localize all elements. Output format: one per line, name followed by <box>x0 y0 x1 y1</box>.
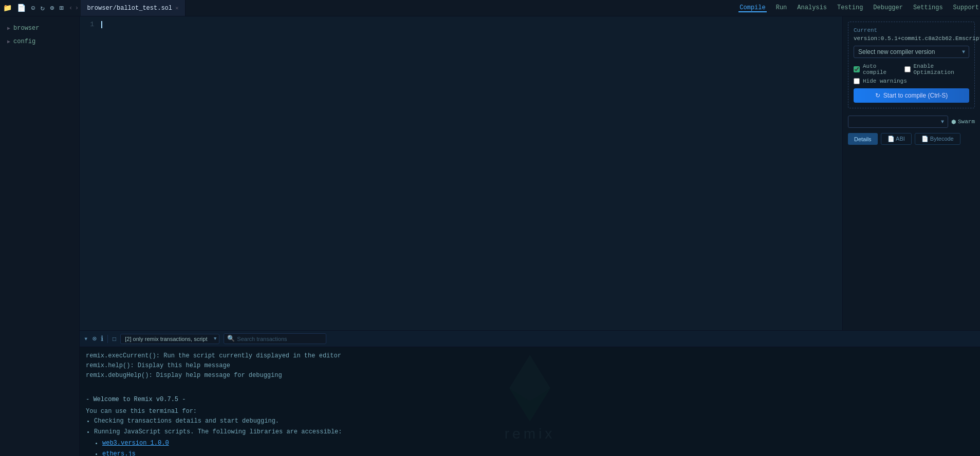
terminal-body[interactable]: remix remix.execCurrent(): Run the scrip… <box>80 347 980 456</box>
terminal-line-6: You can use this terminal for: <box>86 407 974 416</box>
filter-select-wrapper: [2] only remix transactions, script All … <box>120 334 219 344</box>
contract-select[interactable] <box>848 116 948 128</box>
settings-btn[interactable]: Settings <box>912 4 944 12</box>
testing-btn[interactable]: Testing <box>836 4 864 12</box>
editor-container: 1 <box>80 16 842 330</box>
top-nav: 📁 📄 ⊙ ↻ ⊕ ⊞ ‹ › browser/ballot_test.sol … <box>0 0 980 16</box>
terminal-sub-bullet-1: web3.version 1.0.0 <box>102 439 974 448</box>
tab-close-icon[interactable]: ✕ <box>175 5 179 11</box>
terminal-bullet-2: Running JavaScript scripts. The followin… <box>94 427 974 437</box>
ethersjs-link[interactable]: ethers.js <box>102 450 136 456</box>
terminal-bullet-list: Checking transactions details and start … <box>94 416 974 437</box>
swarm-button[interactable]: ⬢ Swarm <box>951 119 975 125</box>
content-area: 1 Current version:0.5.1+commit.c8a2cb62.… <box>80 16 980 456</box>
compiler-select-wrapper: Select new compiler version ▼ <box>854 46 969 58</box>
top-menu-buttons: Compile Run Analysis Testing Debugger Se… <box>738 4 980 12</box>
terminal-sub-bullet-list: web3.version 1.0.0 ethers.js compilers -… <box>102 439 974 457</box>
analysis-btn[interactable]: Analysis <box>796 4 828 12</box>
nav-back[interactable]: ‹ <box>69 4 73 12</box>
debugger-btn[interactable]: Debugger <box>872 4 904 12</box>
details-button[interactable]: Details <box>848 133 878 145</box>
terminal-line-4 <box>86 381 974 391</box>
tab-label: browser/ballot_test.sol <box>87 5 172 12</box>
bytecode-button[interactable]: 📄 Bytecode <box>915 133 960 145</box>
contract-section: ▼ ⬢ Swarm Details 📄 ABI 📄 Bytecode <box>848 116 975 145</box>
compile-btn-label: Start to compile (Ctrl-S) <box>883 92 948 99</box>
sidebar-config-label: config <box>13 38 35 45</box>
web3-link[interactable]: web3.version 1.0.0 <box>102 440 169 447</box>
enable-optimization-checkbox[interactable] <box>904 66 911 72</box>
auto-compile-row: Auto compile Enable Optimization <box>854 63 969 75</box>
main-layout: ▶ browser ▶ config 1 Current <box>0 16 980 456</box>
contract-select-row: ▼ ⬢ Swarm <box>848 116 975 128</box>
terminal-stop-icon[interactable]: ⊗ <box>92 334 96 343</box>
swarm-label: Swarm <box>958 119 975 125</box>
filter-select[interactable]: [2] only remix transactions, script All … <box>120 334 219 344</box>
enable-optimization-label: Enable Optimization <box>914 63 969 75</box>
terminal-down-icon[interactable]: ▾ <box>84 334 88 343</box>
editor-content[interactable] <box>98 16 842 330</box>
hide-warnings-checkbox[interactable] <box>854 78 860 84</box>
compile-icon: ↻ <box>875 92 880 99</box>
sidebar-browser-label: browser <box>13 25 39 32</box>
compiler-select[interactable]: Select new compiler version <box>854 46 969 58</box>
editor-tab[interactable]: browser/ballot_test.sol ✕ <box>81 0 185 16</box>
contract-select-wrapper: ▼ <box>848 116 948 128</box>
github-icon[interactable]: ⊙ <box>31 4 35 12</box>
search-wrapper: 🔍 <box>224 333 326 344</box>
search-input[interactable] <box>237 336 323 342</box>
cursor <box>101 21 102 28</box>
terminal-line-3: remix.debugHelp(): Display help message … <box>86 371 974 381</box>
sidebar-item-browser[interactable]: ▶ browser <box>0 22 79 35</box>
run-btn[interactable]: Run <box>775 4 788 12</box>
abi-button[interactable]: 📄 ABI <box>881 133 912 145</box>
config-arrow-icon: ▶ <box>7 39 10 45</box>
link-icon[interactable]: ⊞ <box>59 4 63 12</box>
support-btn[interactable]: Support <box>952 4 980 12</box>
hide-warnings-row: Hide warnings <box>854 78 969 84</box>
folder-icon[interactable]: 📁 <box>3 4 12 12</box>
auto-compile-label: Auto compile <box>863 63 898 75</box>
compiler-section: Current version:0.5.1+commit.c8a2cb62.Em… <box>848 22 975 108</box>
nav-forward[interactable]: › <box>75 4 79 12</box>
terminal-sub-bullet-2: ethers.js <box>102 449 974 456</box>
current-label: Current <box>854 27 969 33</box>
right-panel: Current version:0.5.1+commit.c8a2cb62.Em… <box>842 16 980 330</box>
sidebar-item-config[interactable]: ▶ config <box>0 35 79 48</box>
editor-body: 1 <box>80 16 842 330</box>
refresh-icon[interactable]: ↻ <box>40 4 44 12</box>
terminal-toolbar: ▾ ⊗ ℹ ☐ [2] only remix transactions, scr… <box>80 331 980 347</box>
compiler-version: version:0.5.1+commit.c8a2cb62.Emscripten… <box>854 35 969 42</box>
terminal-info-icon[interactable]: ℹ <box>101 334 103 343</box>
auto-compile-checkbox[interactable] <box>854 66 860 72</box>
editor-and-panel: 1 Current version:0.5.1+commit.c8a2cb62.… <box>80 16 980 330</box>
terminal-separator <box>107 335 108 343</box>
bookmark-icon[interactable]: ⊕ <box>50 4 54 12</box>
file-icon[interactable]: 📄 <box>17 4 26 12</box>
terminal-checkbox-icon[interactable]: ☐ <box>112 334 116 343</box>
nav-arrows: ‹ › <box>67 4 81 12</box>
terminal-bullet-1: Checking transactions details and start … <box>94 416 974 426</box>
terminal-container: ▾ ⊗ ℹ ☐ [2] only remix transactions, scr… <box>80 330 980 456</box>
line-numbers: 1 <box>80 16 98 330</box>
swarm-icon: ⬢ <box>951 119 956 125</box>
terminal-line-1: remix.execCurrent(): Run the script curr… <box>86 351 974 361</box>
hide-warnings-label: Hide warnings <box>863 78 907 84</box>
search-icon: 🔍 <box>227 335 235 343</box>
compile-button[interactable]: ↻ Start to compile (Ctrl-S) <box>854 88 969 103</box>
artifact-buttons: Details 📄 ABI 📄 Bytecode <box>848 133 975 145</box>
browser-arrow-icon: ▶ <box>7 25 10 31</box>
sidebar: ▶ browser ▶ config <box>0 16 80 456</box>
terminal-line-2: remix.help(): Display this help message <box>86 361 974 371</box>
tab-bar: browser/ballot_test.sol ✕ <box>81 0 738 16</box>
nav-icons: 📁 📄 ⊙ ↻ ⊕ ⊞ <box>0 4 67 12</box>
terminal-welcome: - Welcome to Remix v0.7.5 - <box>86 395 974 405</box>
compile-btn[interactable]: Compile <box>738 4 766 12</box>
